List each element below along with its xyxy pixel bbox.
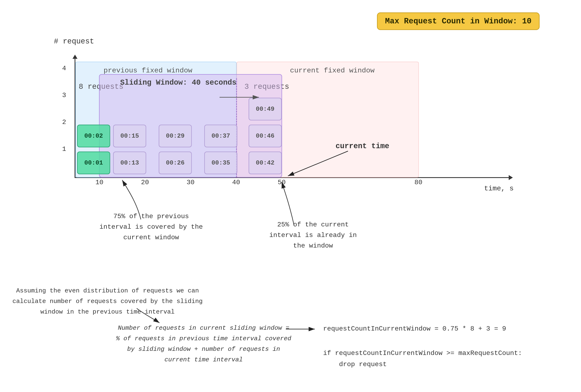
current-time-label: current time [336,141,389,152]
y-axis-label: # request [54,37,94,46]
x-tick-50: 50 [278,179,286,186]
x-tick-20: 20 [141,179,149,186]
req-box-0013: 00:13 [113,151,146,174]
y-tick-4: 4 [62,64,66,72]
x-tick-10: 10 [96,179,103,186]
y-tick-3: 3 [62,91,66,99]
req-box-0049: 00:49 [248,98,282,120]
x-tick-40: 40 [232,179,240,186]
chart-area: # request time, s 1 2 3 4 10 20 30 40 50… [42,33,518,199]
req-box-0001: 00:01 [77,151,110,174]
formula-label: Number of requests in current sliding wi… [116,323,291,365]
if-statement: if requestCountInCurrentWindow >= maxReq… [323,348,522,370]
x-tick-30: 30 [186,179,194,186]
assumption-text: Assuming the even distribution of reques… [12,286,202,317]
pct25-annotation: 25% of the currentinterval is already in… [269,219,357,251]
prev-window-label: previous fixed window [104,67,192,74]
req-box-0029: 00:29 [159,125,192,147]
req-box-0037: 00:37 [204,125,237,147]
max-request-badge: Max Request Count in Window: 10 [377,12,540,30]
curr-window-label: current fixed window [290,67,374,74]
y-tick-2: 2 [62,118,66,126]
x-tick-80: 80 [414,179,422,186]
req-box-0042: 00:42 [248,151,282,174]
req-box-0026: 00:26 [159,151,192,174]
pct75-annotation: 75% of the previousinterval is covered b… [100,211,203,243]
x-axis-title: time, s [484,185,514,192]
equation: requestCountInCurrentWindow = 0.75 * 8 +… [323,325,506,333]
req-box-0046: 00:46 [248,125,282,147]
req-box-0035: 00:35 [204,151,237,174]
req-box-0015: 00:15 [113,125,146,147]
sliding-window-label: Sliding Window: 40 seconds [120,78,236,87]
y-tick-1: 1 [62,145,66,153]
page-container: Max Request Count in Window: 10 # reques… [0,0,581,392]
req-box-0002: 00:02 [77,125,110,147]
